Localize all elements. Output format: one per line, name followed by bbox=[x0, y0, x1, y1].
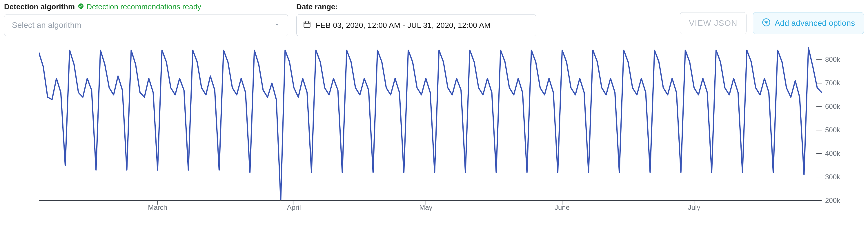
y-tick-label: 600k bbox=[825, 102, 840, 111]
x-axis-labels: MarchAprilMayJuneJuly bbox=[39, 203, 822, 215]
y-tick-label: 200k bbox=[825, 196, 840, 205]
date-range-value: FEB 03, 2020, 12:00 AM - JUL 31, 2020, 1… bbox=[316, 21, 491, 30]
x-tick-label: July bbox=[688, 203, 701, 212]
status-text: Detection recommendations ready bbox=[86, 2, 201, 11]
svg-rect-1 bbox=[304, 22, 310, 27]
x-tick-label: May bbox=[419, 203, 432, 212]
y-tick-label: 800k bbox=[825, 55, 840, 64]
y-tick-label: 400k bbox=[825, 149, 840, 157]
timeseries-chart[interactable] bbox=[39, 47, 863, 215]
view-json-label: VIEW JSON bbox=[689, 19, 738, 28]
x-tick-label: June bbox=[555, 203, 570, 212]
algorithm-header: Detection algorithm Detection recommenda… bbox=[4, 2, 288, 11]
y-tick-label: 700k bbox=[825, 79, 840, 87]
status-badge: Detection recommendations ready bbox=[78, 2, 201, 11]
filter-icon bbox=[762, 18, 771, 29]
y-tick-label: 300k bbox=[825, 173, 840, 181]
right-actions: VIEW JSON Add advanced options bbox=[680, 2, 864, 34]
y-tick-label: 500k bbox=[825, 126, 840, 134]
algorithm-select[interactable]: Select an algorithm bbox=[4, 14, 288, 36]
calendar-icon bbox=[303, 20, 311, 30]
x-tick-label: March bbox=[148, 203, 167, 212]
chart-area: MarchAprilMayJuneJuly 200k300k400k500k60… bbox=[39, 47, 863, 215]
date-range-group: Date range: FEB 03, 2020, 12:00 AM - JUL… bbox=[296, 2, 536, 36]
add-advanced-options-button[interactable]: Add advanced options bbox=[753, 12, 864, 34]
toolbar: Detection algorithm Detection recommenda… bbox=[4, 2, 864, 36]
add-advanced-label: Add advanced options bbox=[775, 19, 855, 28]
algorithm-label: Detection algorithm bbox=[4, 2, 75, 11]
x-tick-label: April bbox=[287, 203, 301, 212]
date-range-label-row: Date range: bbox=[296, 2, 536, 11]
view-json-button[interactable]: VIEW JSON bbox=[680, 12, 746, 34]
algorithm-group: Detection algorithm Detection recommenda… bbox=[4, 2, 288, 36]
chevron-down-icon bbox=[274, 21, 280, 30]
algorithm-placeholder: Select an algorithm bbox=[12, 21, 82, 30]
date-range-picker[interactable]: FEB 03, 2020, 12:00 AM - JUL 31, 2020, 1… bbox=[296, 14, 536, 36]
check-circle-icon bbox=[78, 2, 84, 11]
date-range-label: Date range: bbox=[296, 2, 338, 11]
